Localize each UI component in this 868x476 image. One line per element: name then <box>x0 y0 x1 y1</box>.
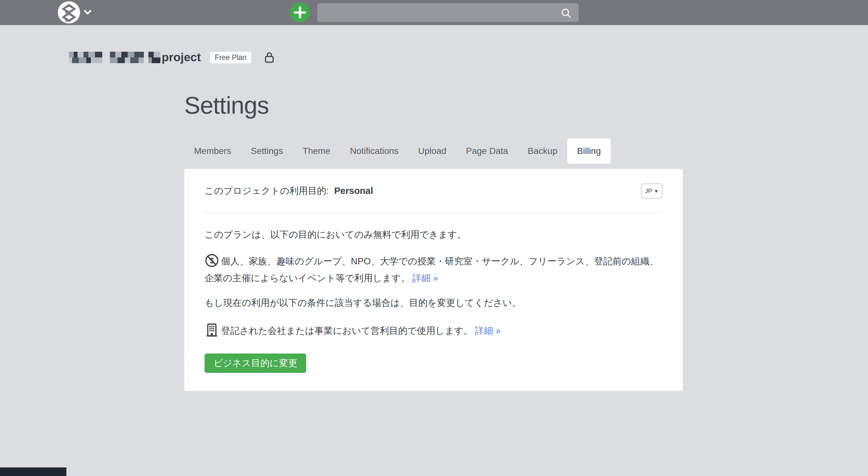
tab-upload[interactable]: Upload <box>408 138 456 164</box>
business-detail-link[interactable]: 詳細 » <box>475 326 501 336</box>
personal-detail-link[interactable]: 詳細 » <box>412 273 438 283</box>
project-header: project Free Plan <box>69 50 275 65</box>
tab-page-data[interactable]: Page Data <box>456 138 518 164</box>
chevron-down-icon <box>84 10 91 15</box>
no-money-icon: $ <box>205 253 219 271</box>
purpose-row: このプロジェクトの利用目的: Personal JP ▼ <box>205 183 662 199</box>
business-usage-item: 登記された会社または事業において営利目的で使用します。詳細 » <box>205 323 662 341</box>
tab-theme[interactable]: Theme <box>293 138 340 164</box>
intro-text: このプランは、以下の目的においてのみ無料で利用できます。 <box>205 228 662 241</box>
search-input[interactable] <box>317 3 579 22</box>
topbar <box>0 0 868 25</box>
change-to-business-button[interactable]: ビジネス目的に変更 <box>205 353 306 373</box>
create-page-button[interactable] <box>290 3 310 22</box>
project-name[interactable]: project <box>162 51 201 64</box>
settings-tabs-bar: Members Settings Theme Notifications Upl… <box>184 138 611 164</box>
app-logo-button[interactable] <box>58 1 93 24</box>
tab-settings[interactable]: Settings <box>241 138 293 164</box>
project-name-redacted-block <box>110 52 144 63</box>
project-name-redacted-block <box>69 52 102 63</box>
page-title: Settings <box>184 91 269 119</box>
tab-members[interactable]: Members <box>184 138 241 164</box>
plan-badge: Free Plan <box>210 52 251 64</box>
language-code: JP <box>645 188 652 195</box>
divider <box>205 212 662 213</box>
app-logo-icon <box>58 1 80 24</box>
building-icon <box>205 323 219 341</box>
search-icon <box>560 7 572 20</box>
purpose-value: Personal <box>334 185 373 196</box>
project-name-redacted-block <box>148 52 160 63</box>
caret-down-icon: ▼ <box>654 189 658 194</box>
purpose-label: このプロジェクトの利用目的: <box>205 185 329 196</box>
tab-notifications[interactable]: Notifications <box>340 138 408 164</box>
lock-icon <box>264 52 275 64</box>
status-bar-artifact <box>0 468 66 476</box>
business-usage-text: 登記された会社または事業において営利目的で使用します。 <box>221 326 473 336</box>
language-selector-button[interactable]: JP ▼ <box>641 183 662 199</box>
tab-backup[interactable]: Backup <box>518 138 567 164</box>
warning-text: もし現在の利用が以下の条件に該当する場合は、目的を変更してください。 <box>205 296 662 309</box>
search-box <box>317 3 579 22</box>
billing-card: このプロジェクトの利用目的: Personal JP ▼ このプランは、以下の目… <box>184 169 683 391</box>
personal-usage-item: $ 個人、家族、趣味のグループ、NPO、大学での授業・研究室・サークル、フリーラ… <box>205 253 662 285</box>
tab-billing[interactable]: Billing <box>567 138 611 164</box>
purpose-line: このプロジェクトの利用目的: Personal <box>205 185 373 197</box>
